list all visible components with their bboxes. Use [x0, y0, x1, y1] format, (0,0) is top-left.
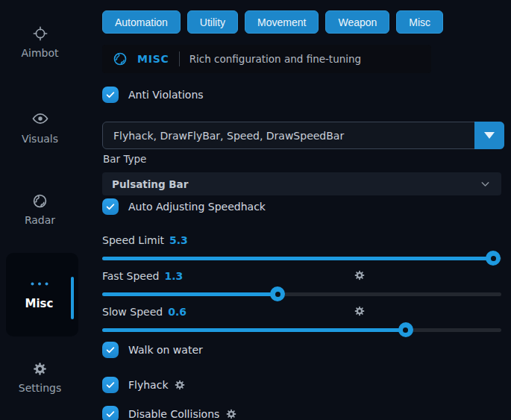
slider-fill [102, 257, 493, 260]
category-tabs: Automation Utility Movement Weapon Misc [102, 10, 443, 34]
anti-violations-checkbox[interactable] [102, 87, 119, 103]
slider-label-row: Slow Speed 0.6 [102, 305, 501, 319]
slider-value: 1.3 [164, 270, 183, 282]
gear-icon [32, 361, 48, 377]
gear-icon[interactable] [225, 408, 237, 420]
tab-weapon[interactable]: Weapon [325, 10, 389, 34]
bar-type-dropdown[interactable]: Pulsating Bar [102, 172, 501, 195]
checkbox-label-text: Flyhack [128, 379, 168, 391]
slow-speed-slider[interactable] [102, 328, 501, 332]
disable-collisions-row: Disable Collisions [102, 406, 237, 420]
anti-violations-row: Anti Violations [102, 87, 204, 103]
checkbox-label: Disable Collisions [128, 408, 237, 420]
dots-icon [6, 281, 72, 286]
slider-handle[interactable] [486, 251, 501, 266]
chevron-down-icon [479, 178, 492, 190]
auto-adjusting-speedhack-checkbox[interactable] [102, 198, 119, 215]
slider-label-row: Fast Speed 1.3 [102, 269, 501, 283]
globe-icon [32, 193, 48, 209]
sidebar-item-label: Visuals [22, 133, 58, 145]
checkbox-label: Walk on water [128, 344, 203, 356]
checkbox-label: Anti Violations [128, 89, 204, 101]
check-icon [105, 201, 116, 212]
sidebar-item-aimbot[interactable]: Aimbot [0, 25, 80, 59]
bar-type-label: Bar Type [103, 153, 146, 165]
walk-on-water-row: Walk on water [102, 342, 203, 358]
fast-speed-slider[interactable] [102, 292, 501, 296]
auto-adjusting-speedhack-row: Auto Adjusting Speedhack [102, 198, 266, 215]
active-indicator-bar [71, 277, 74, 319]
bar-type-value: Pulsating Bar [112, 178, 188, 190]
bar-multiselect-value: Flyhack, DrawFlyBar, Speed, DrawSpeedBar [103, 130, 344, 142]
slider-value: 5.3 [169, 234, 188, 246]
check-icon [105, 345, 116, 355]
sidebar-item-settings[interactable]: Settings [0, 361, 80, 394]
eye-icon [31, 110, 49, 128]
gear-icon[interactable] [354, 305, 366, 317]
check-icon [105, 90, 116, 100]
slider-label-row: Speed Limit 5.3 [102, 233, 501, 247]
check-icon [105, 409, 116, 419]
sidebar-item-radar[interactable]: Radar [0, 193, 80, 226]
main-content: Automation Utility Movement Weapon Misc … [102, 0, 505, 420]
sidebar-item-label: Settings [19, 382, 61, 394]
tab-movement[interactable]: Movement [245, 10, 319, 34]
tab-automation[interactable]: Automation [102, 10, 181, 34]
sidebar: Aimbot Visuals Radar Mi [0, 0, 88, 420]
walk-on-water-checkbox[interactable] [102, 342, 119, 358]
bar-multiselect-field[interactable]: Flyhack, DrawFlyBar, Speed, DrawSpeedBar [102, 122, 504, 149]
sidebar-item-visuals[interactable]: Visuals [0, 110, 80, 145]
bar-multiselect-open-button[interactable] [474, 122, 504, 149]
slow-speed-slider-group: Slow Speed 0.6 [102, 305, 501, 332]
section-header: MISC Rich configuration and fine-tuning [102, 45, 431, 73]
checkbox-label-text: Disable Collisions [128, 408, 219, 420]
cheat-menu-window: { "theme": { "accent": "#1e9ae0", "tab_b… [0, 0, 511, 420]
triangle-down-icon [484, 132, 495, 139]
checkbox-label: Flyhack [128, 379, 186, 391]
sidebar-item-label: Misc [6, 297, 72, 310]
flyhack-checkbox[interactable] [102, 377, 119, 393]
checkbox-label: Auto Adjusting Speedhack [128, 201, 266, 213]
flyhack-row: Flyhack [102, 377, 186, 393]
sidebar-item-label: Radar [25, 214, 55, 226]
fast-speed-slider-group: Fast Speed 1.3 [102, 269, 501, 296]
sidebar-item-misc-active[interactable]: Misc [6, 253, 78, 336]
speed-limit-slider[interactable] [102, 257, 501, 260]
check-icon [105, 380, 116, 390]
slider-handle[interactable] [270, 286, 285, 301]
tab-utility[interactable]: Utility [187, 10, 238, 34]
gear-icon[interactable] [174, 379, 186, 391]
slider-label: Slow Speed [102, 306, 163, 318]
slider-handle[interactable] [398, 322, 413, 337]
globe-icon [113, 51, 128, 66]
tab-misc[interactable]: Misc [396, 10, 443, 34]
section-subtitle: Rich configuration and fine-tuning [189, 53, 361, 65]
slider-fill [102, 292, 278, 296]
header-divider [179, 51, 180, 66]
disable-collisions-checkbox[interactable] [102, 406, 119, 420]
crosshair-icon [32, 25, 48, 42]
slider-value: 0.6 [168, 306, 186, 318]
sidebar-item-label: Aimbot [21, 47, 58, 59]
slider-label: Fast Speed [102, 270, 159, 282]
gear-icon[interactable] [354, 269, 366, 281]
slider-fill [102, 328, 406, 332]
speed-limit-slider-group: Speed Limit 5.3 [102, 233, 501, 260]
section-title: MISC [137, 53, 169, 65]
slider-label: Speed Limit [102, 234, 164, 246]
